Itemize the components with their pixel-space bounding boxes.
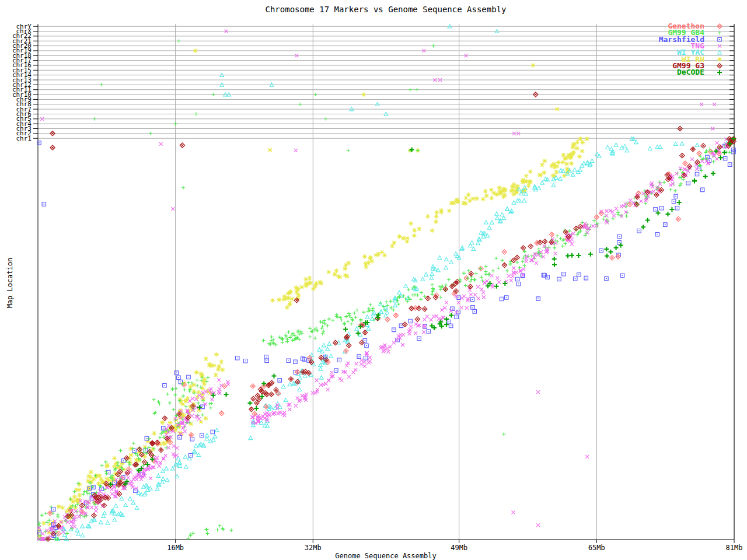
- x-tick-81Mb: 81Mb: [726, 544, 743, 552]
- series-tng: [37, 30, 735, 541]
- legend-label: DeCODE: [677, 68, 704, 76]
- series-gm99-g3: [46, 92, 736, 541]
- axes-frame: [33, 24, 734, 543]
- legend-marker-diamond-icon: [717, 64, 722, 68]
- row-label-chr1: chr1: [16, 135, 32, 142]
- x-tick-labels: 16Mb32Mb49Mb65Mb81Mb: [167, 544, 742, 552]
- series-gm99-gb4: [37, 39, 735, 541]
- legend: GenethonGM99 GB4MarshfieldTNGWI YACWI RH…: [659, 22, 722, 76]
- legend-marker-asterisk-icon: [717, 57, 722, 62]
- series-genethon: [47, 137, 735, 536]
- x-axis-label: Genome Sequence Assembly: [0, 552, 747, 560]
- legend-marker-triangle-icon: [718, 51, 722, 54]
- chart-page: Chromosome 17 Markers vs Genome Sequence…: [0, 0, 747, 560]
- scatter-plot: chrYchrXchr22chr21chr20chr19chr18chr17ch…: [0, 0, 747, 560]
- x-tick-49Mb: 49Mb: [451, 544, 467, 552]
- series-decode: [109, 136, 736, 487]
- chart-title: Chromosome 17 Markers vs Genome Sequence…: [0, 5, 747, 14]
- chromosome-labels: chrYchrXchr22chr21chr20chr19chr18chr17ch…: [12, 23, 32, 142]
- x-tick-65Mb: 65Mb: [588, 544, 605, 552]
- x-tick-16Mb: 16Mb: [167, 544, 184, 552]
- legend-marker-plus-bold-icon: [717, 70, 722, 75]
- x-tick-32Mb: 32Mb: [305, 544, 322, 552]
- y-axis-label: Map Location: [6, 257, 14, 309]
- legend-marker-plus-icon: [718, 31, 721, 34]
